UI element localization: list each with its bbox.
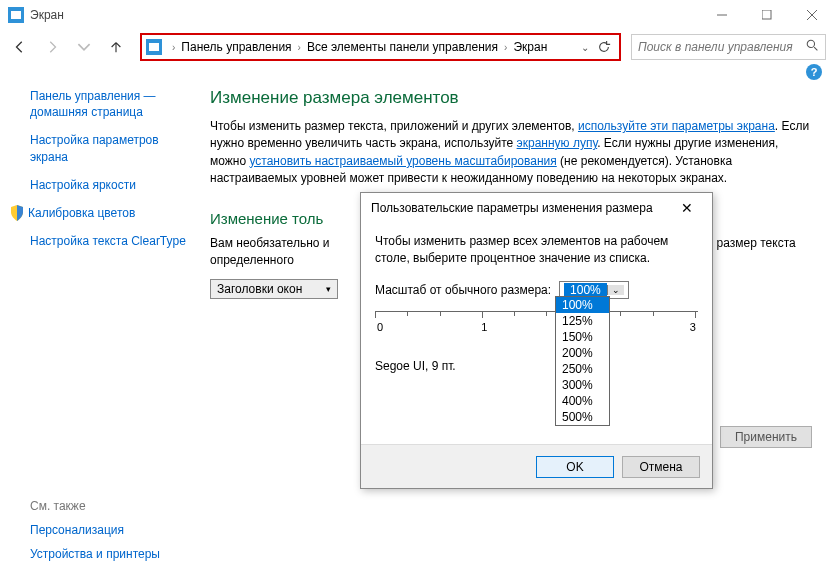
sidebar-home-link[interactable]: Панель управления — домашняя страница	[30, 88, 188, 120]
see-also-link-personalization[interactable]: Персонализация	[30, 523, 160, 537]
display-icon	[8, 7, 24, 23]
chevron-right-icon: ›	[504, 42, 507, 53]
ok-button[interactable]: OK	[536, 456, 614, 478]
see-also-title: См. также	[30, 499, 160, 513]
see-also-section: См. также Персонализация Устройства и пр…	[30, 499, 160, 571]
chevron-down-icon: ▾	[326, 284, 331, 294]
dialog-title-text: Пользовательские параметры изменения раз…	[371, 201, 653, 215]
dropdown-option[interactable]: 400%	[556, 393, 609, 409]
dropdown-option[interactable]: 500%	[556, 409, 609, 425]
svg-line-5	[814, 47, 817, 50]
breadcrumb-item[interactable]: Экран	[513, 40, 547, 54]
forward-button[interactable]	[38, 34, 66, 60]
dropdown-option[interactable]: 250%	[556, 361, 609, 377]
svg-point-4	[807, 40, 814, 47]
recent-dropdown[interactable]	[70, 34, 98, 60]
maximize-button[interactable]	[744, 0, 789, 30]
shield-icon	[10, 205, 24, 221]
link-magnifier[interactable]: экранную лупу	[517, 136, 598, 150]
dialog-titlebar[interactable]: Пользовательские параметры изменения раз…	[361, 193, 712, 223]
search-box[interactable]	[631, 34, 826, 60]
cancel-button[interactable]: Отмена	[622, 456, 700, 478]
display-icon	[146, 39, 162, 55]
sidebar: Панель управления — домашняя страница На…	[0, 88, 200, 299]
see-also-link-devices[interactable]: Устройства и принтеры	[30, 547, 160, 561]
apply-button[interactable]: Применить	[720, 426, 812, 448]
breadcrumb[interactable]: › Панель управления › Все элементы панел…	[140, 33, 621, 61]
search-icon[interactable]	[806, 39, 819, 55]
dropdown-option[interactable]: 100%	[556, 297, 609, 313]
sidebar-item-cleartype[interactable]: Настройка текста ClearType	[30, 233, 188, 249]
titlebar: Экран	[0, 0, 836, 30]
breadcrumb-item[interactable]: Панель управления	[181, 40, 291, 54]
chevron-down-icon: ⌄	[607, 285, 624, 295]
minimize-button[interactable]	[699, 0, 744, 30]
back-button[interactable]	[6, 34, 34, 60]
dropdown-option[interactable]: 200%	[556, 345, 609, 361]
window-title: Экран	[30, 8, 64, 22]
ruler-preview[interactable]: 0 1 2 3	[375, 311, 698, 351]
sidebar-item-calibrate[interactable]: Калибровка цветов	[28, 205, 135, 221]
chevron-right-icon: ›	[172, 42, 175, 53]
scale-dropdown-list[interactable]: 100% 125% 150% 200% 250% 300% 400% 500%	[555, 296, 610, 426]
dialog-instruction: Чтобы изменить размер всех элементов на …	[375, 233, 698, 267]
up-button[interactable]	[102, 34, 130, 60]
font-sample: Segoe UI, 9 пт.	[375, 359, 698, 373]
link-display-params[interactable]: используйте эти параметры экрана	[578, 119, 775, 133]
dropdown-option[interactable]: 125%	[556, 313, 609, 329]
chevron-right-icon: ›	[298, 42, 301, 53]
svg-rect-1	[762, 10, 771, 19]
intro-paragraph: Чтобы изменить размер текста, приложений…	[210, 118, 816, 188]
sidebar-item-display-settings[interactable]: Настройка параметров экрана	[30, 132, 188, 164]
help-icon[interactable]: ?	[806, 64, 822, 80]
link-custom-scaling[interactable]: установить настраиваемый уровень масштаб…	[249, 154, 556, 168]
element-type-combo[interactable]: Заголовки окон▾	[210, 279, 338, 299]
close-button[interactable]	[789, 0, 834, 30]
page-heading: Изменение размера элементов	[210, 88, 816, 108]
breadcrumb-dropdown[interactable]: ⌄	[577, 42, 593, 53]
dropdown-option[interactable]: 150%	[556, 329, 609, 345]
custom-scaling-dialog: Пользовательские параметры изменения раз…	[360, 192, 713, 489]
breadcrumb-item[interactable]: Все элементы панели управления	[307, 40, 498, 54]
sidebar-item-brightness[interactable]: Настройка яркости	[30, 177, 188, 193]
search-input[interactable]	[638, 40, 806, 54]
refresh-button[interactable]	[593, 40, 615, 54]
dropdown-option[interactable]: 300%	[556, 377, 609, 393]
scale-label: Масштаб от обычного размера:	[375, 283, 551, 297]
dialog-close-button[interactable]: ✕	[672, 200, 702, 216]
nav-row: › Панель управления › Все элементы панел…	[0, 30, 836, 64]
